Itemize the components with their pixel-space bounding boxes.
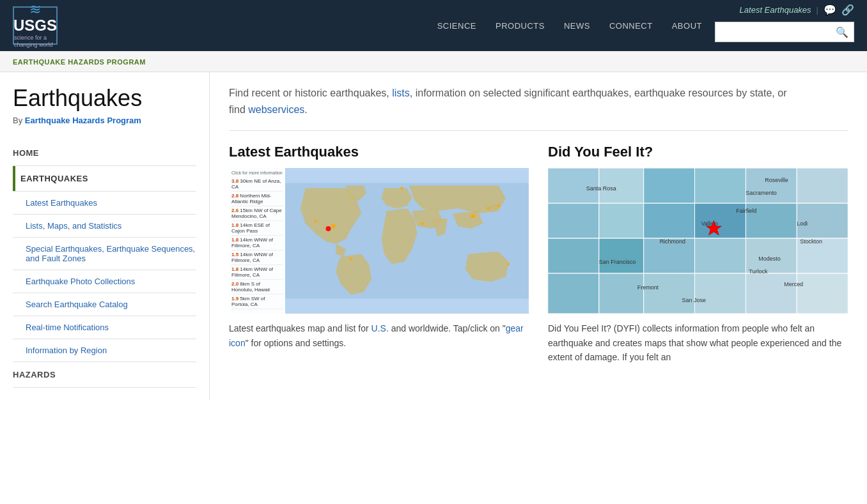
sidebar-item-search[interactable]: Search Earthquake Catalog [13, 293, 196, 316]
eq-list-item[interactable]: 1.9 5km SW of Portola, CA [231, 294, 283, 309]
world-map-svg [285, 168, 529, 314]
svg-text:Richmond: Richmond [660, 238, 685, 245]
intro-text: Find recent or historic earthquakes, lis… [229, 85, 804, 118]
sidebar-item-region[interactable]: Information by Region [13, 339, 196, 362]
main-content: Find recent or historic earthquakes, lis… [210, 72, 867, 401]
nav-connect[interactable]: CONNECT [609, 21, 653, 31]
eq-list-item[interactable]: 1.8 14km ESE of Cajon Pass [231, 221, 283, 236]
nav-news[interactable]: NEWS [564, 21, 590, 31]
sidebar-item-lists[interactable]: Lists, Maps, and Statistics [13, 215, 196, 238]
eq-map: Click for more information 3.8 30km NE o… [229, 168, 529, 314]
us-link[interactable]: U.S. [371, 323, 389, 333]
page-container: Earthquakes By Earthquake Hazards Progra… [0, 72, 867, 401]
cards-grid: Latest Earthquakes Click for more inform… [229, 144, 848, 364]
site-header: ≋ USGS science for a changing world SCIE… [0, 0, 867, 51]
eq-list-panel: Click for more information 3.8 30km NE o… [229, 168, 285, 314]
search-button[interactable]: 🔍 [836, 26, 848, 38]
svg-point-9 [350, 257, 353, 261]
eq-list-item[interactable]: 2.8 Northern Mid-Atlantic Ridge [231, 192, 283, 206]
share-icon[interactable]: 🔗 [841, 4, 854, 16]
eq-mag: 2.6 [231, 208, 238, 213]
svg-rect-18 [548, 203, 599, 238]
card-title-latest: Latest Earthquakes [229, 144, 529, 160]
sidebar-label-realtime[interactable]: Real-time Notifications [13, 316, 196, 339]
svg-rect-35 [797, 273, 848, 314]
svg-point-8 [326, 226, 331, 231]
eq-mag: 1.5 [231, 252, 238, 257]
svg-rect-34 [746, 273, 797, 314]
main-nav: SCIENCE PRODUCTS NEWS CONNECT ABOUT [437, 21, 702, 31]
eq-list-item[interactable]: 1.8 14km WNW of Fillmore, CA [231, 236, 283, 250]
intro-link-webservices[interactable]: webservices [248, 104, 304, 115]
svg-text:San Jose: San Jose [682, 297, 706, 303]
divider: | [816, 5, 818, 15]
eq-list-header: Click for more information [231, 171, 283, 175]
sidebar-nav: HOME EARTHQUAKES Latest Earthquakes List… [13, 141, 196, 388]
eq-mag: 1.8 [231, 237, 238, 243]
eq-list-item[interactable]: 2.0 8km S of Honolulu, Hawaii [231, 280, 283, 294]
logo-waves-icon: ≋ [29, 3, 41, 17]
sidebar-item-special[interactable]: Special Earthquakes, Earthquake Sequence… [13, 238, 196, 270]
svg-point-1 [331, 224, 335, 228]
svg-rect-16 [746, 168, 797, 203]
svg-text:San Francisco: San Francisco [599, 259, 636, 265]
sidebar-label-home[interactable]: HOME [13, 141, 196, 165]
card-image-latest[interactable]: Click for more information 3.8 30km NE o… [229, 168, 529, 314]
card-desc-dyfi: Did You Feel It? (DYFI) collects informa… [548, 321, 848, 364]
svg-text:Fairfield: Fairfield [736, 208, 756, 214]
sidebar-label-earthquakes[interactable]: EARTHQUAKES [13, 166, 196, 191]
sidebar-item-earthquakes[interactable]: EARTHQUAKES [13, 166, 196, 192]
sidebar-item-latest[interactable]: Latest Earthquakes [13, 192, 196, 215]
search-box: 🔍 [715, 22, 854, 42]
eq-mag: 3.8 [231, 178, 238, 184]
eq-mag: 1.9 [231, 296, 238, 302]
sidebar-item-hazards[interactable]: HAZARDS [13, 362, 196, 388]
svg-rect-19 [599, 203, 644, 238]
svg-point-6 [507, 263, 510, 266]
by-line: By Earthquake Hazards Program [13, 116, 196, 125]
latest-earthquakes-link[interactable]: Latest Earthquakes [740, 5, 811, 15]
card-image-dyfi[interactable]: Roseville Sacramento Santa Rosa Fairfiel… [548, 168, 848, 314]
sidebar-label-special[interactable]: Special Earthquakes, Earthquake Sequence… [13, 238, 196, 270]
svg-text:Merced: Merced [784, 281, 803, 287]
svg-rect-25 [599, 238, 644, 273]
sidebar-item-home[interactable]: HOME [13, 141, 196, 166]
svg-rect-33 [695, 273, 746, 314]
nav-science[interactable]: SCIENCE [437, 21, 476, 31]
by-link[interactable]: Earthquake Hazards Program [25, 116, 141, 125]
sidebar-label-search[interactable]: Search Earthquake Catalog [13, 293, 196, 316]
search-input[interactable] [721, 27, 836, 37]
intro-link-lists[interactable]: lists [392, 88, 410, 98]
svg-rect-31 [599, 273, 644, 314]
sidebar-label-hazards[interactable]: HAZARDS [13, 362, 196, 387]
sidebar-item-realtime[interactable]: Real-time Notifications [13, 316, 196, 339]
dyfi-map-svg: Roseville Sacramento Santa Rosa Fairfiel… [548, 168, 848, 314]
eq-mag: 2.8 [231, 193, 238, 199]
site-logo[interactable]: ≋ USGS science for a changing world [13, 6, 58, 45]
sidebar-label-latest[interactable]: Latest Earthquakes [13, 192, 196, 214]
nav-about[interactable]: ABOUT [672, 21, 702, 31]
page-title: Earthquakes [13, 85, 196, 112]
svg-point-4 [487, 207, 490, 210]
nav-products[interactable]: PRODUCTS [496, 21, 545, 31]
breadcrumb-link[interactable]: EARTHQUAKE HAZARDS PROGRAM [13, 58, 146, 66]
card-desc-latest: Latest earthquakes map and list for U.S.… [229, 321, 529, 350]
eq-list-item[interactable]: 1.5 14km WNW of Fillmore, CA [231, 250, 283, 265]
sidebar-item-photos[interactable]: Earthquake Photo Collections [13, 270, 196, 293]
svg-rect-14 [644, 168, 695, 203]
sidebar: Earthquakes By Earthquake Hazards Progra… [0, 72, 210, 401]
header-top-right: Latest Earthquakes | 💬 🔗 [740, 4, 854, 16]
dyfi-map: Roseville Sacramento Santa Rosa Fairfiel… [548, 168, 848, 314]
eq-mag: 1.8 [231, 266, 238, 272]
svg-text:Santa Rosa: Santa Rosa [586, 185, 616, 192]
eq-list-item[interactable]: 2.6 15km NW of Cape Mendocino, CA [231, 206, 283, 221]
sidebar-label-photos[interactable]: Earthquake Photo Collections [13, 270, 196, 293]
eq-list-item[interactable]: 1.8 14km WNW of Fillmore, CA [231, 265, 283, 280]
sidebar-label-lists[interactable]: Lists, Maps, and Statistics [13, 215, 196, 237]
eq-list-item[interactable]: 3.8 30km NE of Anza, CA [231, 177, 283, 192]
svg-rect-20 [644, 203, 695, 238]
chat-icon[interactable]: 💬 [824, 4, 836, 16]
svg-text:Modesto: Modesto [758, 256, 780, 262]
sidebar-label-region[interactable]: Information by Region [13, 339, 196, 362]
svg-point-7 [421, 222, 424, 225]
